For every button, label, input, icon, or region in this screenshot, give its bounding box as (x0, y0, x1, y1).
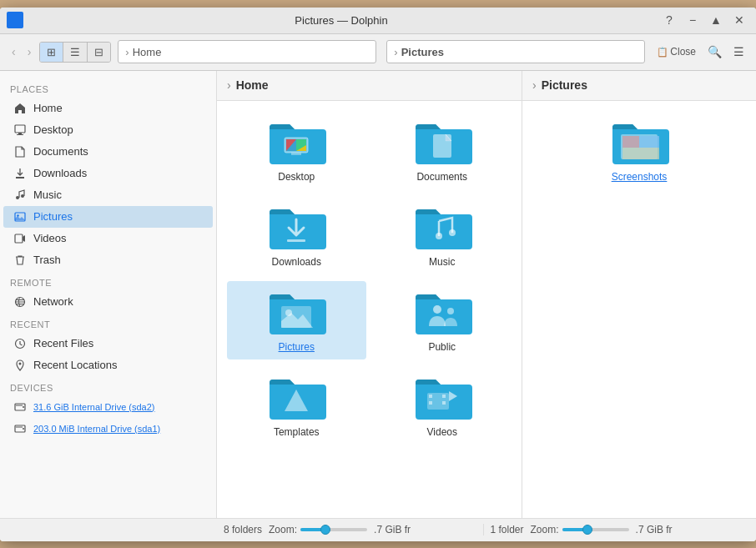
minimize-button[interactable]: − (683, 10, 703, 30)
svg-point-14 (23, 428, 24, 430)
close-panel-button[interactable]: 📋 Close (652, 42, 701, 62)
svg-point-28 (447, 308, 454, 314)
right-panel: › Pictures (522, 71, 756, 518)
sidebar-recent-locations-label: Recent Locations (33, 359, 203, 371)
folder-documents-label: Documents (416, 171, 467, 183)
left-zoom-track[interactable] (300, 528, 367, 531)
folder-music[interactable]: Music (373, 196, 512, 274)
right-zoom-track[interactable] (562, 528, 629, 531)
sidebar-sda1-label: 203.0 MiB Internal Drive (sda1) (33, 424, 203, 434)
left-statusbar-panel: 8 folders Zoom: .7 GiB fr (224, 524, 483, 535)
breadcrumb: › Home (118, 40, 376, 63)
breadcrumb-home[interactable]: Home (133, 46, 162, 58)
right-panel-content: Screenshots (522, 101, 756, 518)
svg-point-24 (449, 229, 456, 236)
right-folder-count: 1 folder (491, 524, 524, 535)
sidebar-pictures-label: Pictures (33, 210, 203, 223)
view-details-button[interactable]: ☰ (63, 43, 88, 62)
search-button[interactable]: 🔍 (703, 42, 727, 62)
menu-button[interactable]: ☰ (728, 42, 749, 62)
forward-button[interactable]: › (23, 42, 37, 62)
sidebar-item-sda1[interactable]: 203.0 MiB Internal Drive (sda1) (3, 418, 213, 440)
view-mode-buttons: ⊞ ☰ ⊟ (39, 42, 111, 63)
folder-music-label: Music (429, 256, 455, 268)
svg-rect-35 (442, 401, 446, 405)
sidebar-item-sda2[interactable]: 31.6 GiB Internal Drive (sda2) (3, 396, 213, 418)
sidebar-item-desktop[interactable]: Desktop (3, 119, 213, 141)
folder-public[interactable]: Public (373, 281, 512, 359)
sidebar-item-home[interactable]: Home (3, 98, 213, 119)
left-folder-count: 8 folders (224, 524, 262, 535)
left-panel-title: Home (236, 78, 269, 92)
breadcrumb-sep-2: › (394, 46, 397, 58)
folder-desktop-label: Desktop (278, 171, 315, 183)
sidebar-item-music[interactable]: Music (3, 184, 213, 206)
trash-icon (13, 254, 27, 267)
svg-rect-33 (429, 401, 432, 405)
left-folder-grid: Desktop (227, 111, 512, 445)
close-button[interactable]: ✕ (729, 10, 749, 30)
sidebar-item-pictures[interactable]: Pictures (3, 206, 213, 228)
svg-rect-16 (291, 153, 301, 155)
sidebar-item-downloads[interactable]: Downloads (3, 163, 213, 184)
left-panel: › Home (217, 71, 522, 518)
breadcrumb-current: › Pictures (386, 40, 645, 63)
view-icons-button[interactable]: ⊞ (40, 43, 63, 62)
folder-screenshots-icon (609, 118, 669, 166)
sidebar-item-documents[interactable]: Documents (3, 141, 213, 163)
svg-point-23 (436, 233, 442, 239)
content-area: › Home (217, 71, 756, 518)
sidebar-item-network[interactable]: Network (3, 291, 213, 313)
folder-pictures-icon (266, 288, 326, 336)
music-icon (13, 189, 27, 202)
app-icon (7, 12, 23, 28)
sidebar-item-recent-files[interactable]: Recent Files (3, 333, 213, 354)
sidebar-desktop-label: Desktop (33, 123, 203, 136)
folder-videos-label: Videos (427, 426, 457, 438)
folder-public-icon (412, 288, 472, 336)
right-zoom-thumb[interactable] (582, 525, 592, 535)
left-panel-sep: › (227, 78, 231, 92)
recent-label: Recent (0, 313, 216, 333)
svg-rect-2 (17, 134, 23, 135)
back-button[interactable]: ‹ (7, 42, 21, 62)
folder-videos-icon (412, 373, 472, 421)
folder-pictures[interactable]: Pictures (227, 281, 366, 359)
folder-videos[interactable]: Videos (373, 366, 512, 445)
network-icon (13, 295, 27, 309)
sidebar-home-label: Home (33, 102, 203, 114)
svg-point-3 (16, 196, 19, 199)
view-split-button[interactable]: ⊟ (88, 43, 110, 62)
folder-downloads-icon (266, 203, 326, 251)
folder-music-icon (412, 203, 472, 251)
sidebar-item-recent-locations[interactable]: Recent Locations (3, 354, 213, 376)
sidebar-item-videos[interactable]: Videos (3, 228, 213, 249)
sidebar-music-label: Music (33, 189, 203, 201)
folder-templates-icon (266, 373, 326, 421)
sidebar-trash-label: Trash (33, 254, 203, 266)
right-panel-title: Pictures (542, 78, 587, 92)
sidebar-network-label: Network (33, 295, 203, 308)
statusbar: 8 folders Zoom: .7 GiB fr 1 folder Zoom:… (0, 518, 756, 541)
folder-downloads[interactable]: Downloads (227, 196, 366, 274)
restore-button[interactable]: ▲ (706, 10, 726, 30)
folder-screenshots[interactable]: Screenshots (532, 111, 746, 189)
svg-rect-32 (429, 395, 432, 398)
folder-documents[interactable]: Documents (373, 111, 512, 189)
left-zoom-thumb[interactable] (320, 525, 330, 535)
sidebar-item-trash[interactable]: Trash (3, 249, 213, 271)
folder-desktop[interactable]: Desktop (227, 111, 366, 189)
svg-rect-34 (442, 395, 446, 398)
titlebar: Pictures — Dolphin ? − ▲ ✕ (0, 8, 756, 34)
window-title: Pictures — Dolphin (23, 14, 659, 27)
folder-templates[interactable]: Templates (227, 366, 366, 445)
svg-point-27 (433, 305, 441, 314)
sidebar-sda2-label: 31.6 GiB Internal Drive (sda2) (33, 402, 203, 412)
remote-label: Remote (0, 271, 216, 291)
svg-rect-40 (622, 148, 659, 159)
sidebar-videos-label: Videos (33, 232, 203, 244)
close-panel-label: Close (670, 46, 696, 58)
help-button[interactable]: ? (659, 10, 679, 30)
home-icon (13, 102, 27, 115)
right-zoom-label: Zoom: (531, 524, 559, 535)
